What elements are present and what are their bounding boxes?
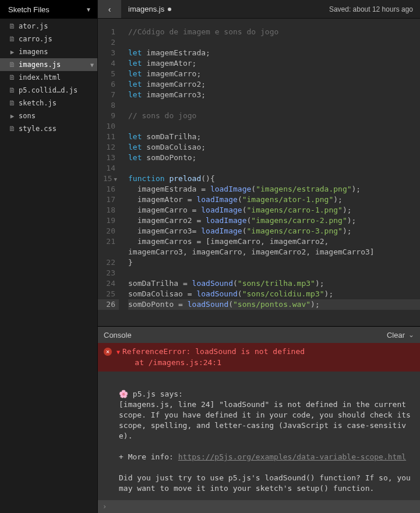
console-title: Console <box>104 331 132 339</box>
code-line[interactable]: imagemCarro3= loadImage("imagens/carro-3… <box>128 226 420 236</box>
line-number: 18 <box>98 205 119 215</box>
code-area[interactable]: //Código de imagem e sons do jogolet ima… <box>121 19 420 326</box>
file-item-sketch-js[interactable]: 🗎sketch.js <box>0 97 97 109</box>
code-line[interactable] <box>128 121 420 132</box>
code-line[interactable] <box>128 100 420 111</box>
code-line[interactable]: imagemCarro3, imagemCarro, imagemCarro2,… <box>128 247 420 257</box>
code-line[interactable]: imagemCarros = [imagemCarro, imagemCarro… <box>128 236 420 247</box>
line-number: 19 <box>98 215 119 226</box>
error-icon: ✕ <box>104 348 112 356</box>
line-number: 2 <box>98 37 119 48</box>
line-number: 3 <box>98 48 119 58</box>
line-number: 14 <box>98 163 119 174</box>
code-line[interactable]: somDaColisao = loadSound("sons/colidiu.m… <box>128 289 420 299</box>
line-number: 9 <box>98 111 119 121</box>
file-name-label: ator.js <box>19 22 94 30</box>
line-gutter: 123456789101112131415▼161718192021222324… <box>98 19 121 326</box>
chevron-down-icon: ⌄ <box>408 331 414 339</box>
line-number: 15▼ <box>98 174 119 184</box>
code-line[interactable]: let imagemAtor; <box>128 58 420 69</box>
code-line[interactable]: function preload(){ <box>128 174 420 184</box>
console-input[interactable]: › <box>98 500 420 513</box>
line-number: 10 <box>98 121 119 132</box>
file-name-label: index.html <box>19 73 94 82</box>
line-number: 8 <box>98 100 119 111</box>
file-name-label: style.css <box>19 125 94 133</box>
folder-icon: ▶ <box>8 48 16 56</box>
line-number: 26 <box>98 299 119 310</box>
code-line[interactable]: // sons do jogo <box>128 111 420 121</box>
sidebar-header[interactable]: Sketch Files ▼ <box>0 0 97 19</box>
tab-filename[interactable]: imagens.js <box>121 5 171 13</box>
caret-down-icon: ▼ <box>117 349 120 355</box>
line-number: 4 <box>98 58 119 69</box>
line-number <box>98 247 119 257</box>
console-header: Console Clear ⌄ <box>98 327 420 343</box>
unsaved-dot-icon <box>168 8 171 11</box>
file-tree: 🗎ator.js🗎carro.js▶imagens🗎imagens.js▼🗎in… <box>0 19 97 135</box>
code-line[interactable]: somDaTrilha = loadSound("sons/trilha.mp3… <box>128 278 420 289</box>
line-number: 23 <box>98 268 119 278</box>
line-number: 13 <box>98 153 119 163</box>
code-line[interactable]: let imagemCarro2; <box>128 79 420 90</box>
file-item-index-html[interactable]: 🗎index.html <box>0 71 97 84</box>
code-line[interactable]: let somDoPonto; <box>128 153 420 163</box>
chevron-left-icon: ‹ <box>108 5 111 14</box>
tab-filename-label: imagens.js <box>128 5 164 13</box>
code-editor[interactable]: 123456789101112131415▼161718192021222324… <box>98 19 420 326</box>
code-line[interactable]: imagemCarro2 = loadImage("imagens/carro-… <box>128 215 420 226</box>
code-line[interactable]: somDoPonto = loadSound("sons/pontos.wav"… <box>128 299 420 310</box>
code-line[interactable]: imagemAtor = loadImage("imagens/ator-1.p… <box>128 194 420 205</box>
file-name-label: carro.js <box>19 35 94 43</box>
folder-item-imagens[interactable]: ▶imagens <box>0 45 97 58</box>
folder-item-sons[interactable]: ▶sons <box>0 109 97 122</box>
line-number: 17 <box>98 194 119 205</box>
prompt-icon: › <box>103 503 107 511</box>
editor-pane: ‹ imagens.js Saved: about 12 hours ago 1… <box>98 0 420 513</box>
console-error-row: ✕ ▼ReferenceError: loadSound is not defi… <box>98 343 420 372</box>
file-icon: 🗎 <box>8 22 16 30</box>
line-number: 20 <box>98 226 119 236</box>
file-icon: 🗎 <box>8 125 16 133</box>
fold-icon[interactable]: ▼ <box>114 176 117 182</box>
code-line[interactable]: imagemEstrada = loadImage("imagens/estra… <box>128 184 420 194</box>
line-number: 7 <box>98 90 119 100</box>
folder-icon: ▶ <box>8 112 16 120</box>
code-line[interactable]: let somDaTrilha; <box>128 132 420 142</box>
file-item-style-css[interactable]: 🗎style.css <box>0 122 97 135</box>
code-line[interactable]: let imagemCarro3; <box>128 90 420 100</box>
code-line[interactable]: } <box>128 257 420 268</box>
file-icon: 🗎 <box>8 35 16 43</box>
line-number: 12 <box>98 142 119 153</box>
console-body[interactable]: ✕ ▼ReferenceError: loadSound is not defi… <box>98 343 420 500</box>
code-line[interactable]: let imagemEstrada; <box>128 48 420 58</box>
code-line[interactable]: //Código de imagem e sons do jogo <box>128 27 420 37</box>
sidebar-title: Sketch Files <box>8 5 50 14</box>
line-number: 6 <box>98 79 119 90</box>
code-line[interactable] <box>128 163 420 174</box>
more-info-link[interactable]: https://p5js.org/examples/data-variable-… <box>178 452 406 461</box>
sidebar: Sketch Files ▼ 🗎ator.js🗎carro.js▶imagens… <box>0 0 98 513</box>
code-line[interactable] <box>128 37 420 48</box>
line-number: 21 <box>98 236 119 247</box>
file-item-p5-collid-d-js[interactable]: 🗎p5.collid…d.js <box>0 84 97 97</box>
code-line[interactable]: imagemCarro = loadImage("imagens/carro-1… <box>128 205 420 215</box>
console-clear-button[interactable]: Clear ⌄ <box>387 331 414 339</box>
file-item-ator-js[interactable]: 🗎ator.js <box>0 20 97 33</box>
error-message: ▼ReferenceError: loadSound is not define… <box>117 346 305 368</box>
console-clear-label: Clear <box>387 331 405 339</box>
file-name-label: sketch.js <box>19 99 94 107</box>
line-number: 11 <box>98 132 119 142</box>
back-button[interactable]: ‹ <box>98 0 121 18</box>
file-item-carro-js[interactable]: 🗎carro.js <box>0 33 97 45</box>
file-name-label: imagens.js <box>19 61 90 69</box>
code-line[interactable] <box>128 268 420 278</box>
chevron-down-icon[interactable]: ▼ <box>90 62 94 68</box>
chevron-down-icon: ▼ <box>86 6 91 13</box>
file-icon: 🗎 <box>8 99 16 107</box>
console-info-message: 🌸 p5.js says: [imagens.js, line 24] "loa… <box>98 372 420 498</box>
code-line[interactable]: let imagemCarro; <box>128 69 420 79</box>
code-line[interactable]: let somDaColisao; <box>128 142 420 153</box>
line-number: 5 <box>98 69 119 79</box>
file-item-imagens-js[interactable]: 🗎imagens.js▼ <box>0 58 97 71</box>
